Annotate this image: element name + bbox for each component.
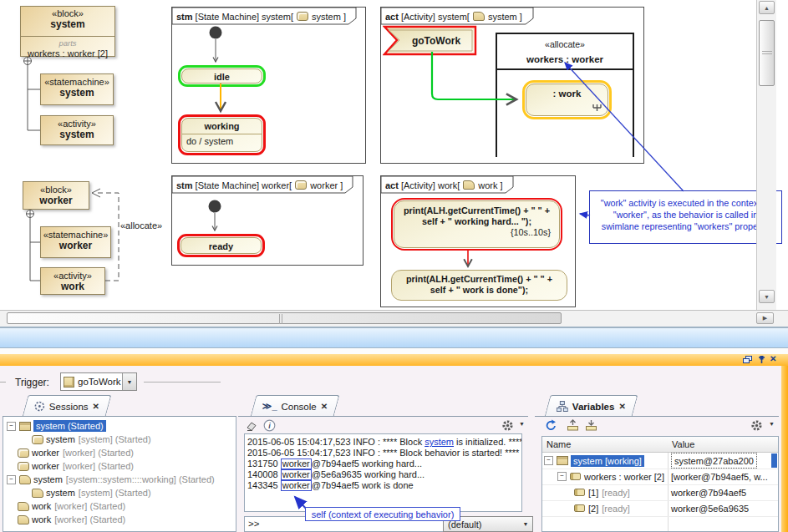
stm-worker-frame[interactable]: stm [State Machine] worker[ worker ] rea… [171,175,363,266]
action-print-work-done[interactable]: print(ALH.getCurrentTime() + " " + self … [391,270,567,301]
block-icon [19,422,31,431]
session-row[interactable]: system[system] (Started) [4,486,235,499]
swimlane-stereotype: «allocate» [545,39,585,49]
self-context-highlight[interactable]: worker [281,469,312,480]
swimlane-name: workers : worker [526,54,603,64]
act-system-frame-header[interactable]: act [Activity] system[ system ] [385,8,522,24]
stereotype: «activity» [58,119,96,129]
session-row[interactable]: − system (Started) [4,419,235,433]
tab-variables[interactable]: Variables ✕ [545,395,638,417]
stm-worker-frame-header[interactable]: stm [State Machine] worker[ worker ] [176,177,343,193]
tab-console[interactable]: ≫_ Console ✕ [251,395,340,417]
session-row[interactable]: worker[worker] (Started) [4,459,235,473]
log-line: 2015-06-05 15:04:17,523 INFO : **** Bloc… [247,437,521,448]
element-link[interactable]: system [425,437,454,447]
column-header-name[interactable]: Name [547,439,571,449]
restore-pane-icon[interactable] [743,356,752,364]
log-line: 143345 worker@7b94aef5 work is done [247,480,521,491]
sessions-icon [34,401,45,412]
horizontal-scroll-thumb[interactable] [7,312,562,324]
close-tab-icon[interactable]: ✕ [618,402,625,411]
trigger-value: goToWork [78,377,121,387]
trigger-dropdown-button[interactable]: ▼ [122,373,136,390]
console-prompt: >> [248,519,259,529]
session-row[interactable]: worker[worker] (Started) [4,446,235,459]
activity-system-element[interactable]: «activity» system [40,115,114,145]
session-row[interactable]: work[worker] (Started) [4,499,235,513]
variable-row[interactable]: − workers : worker [2] [worker@7b94aef5,… [542,469,778,485]
sessions-tree[interactable]: − system (Started) system[system] (Start… [3,417,236,532]
collapse-toggle[interactable]: − [7,422,16,431]
session-row[interactable]: − system[system::system::::working] (Sta… [4,473,235,486]
state-ready[interactable]: ready [177,234,265,257]
variables-tab-underline [535,416,779,417]
act-system-frame[interactable]: act [Activity] system[ system ] «allocat… [380,7,644,164]
session-row[interactable]: work[worker] (Started) [4,513,235,526]
vertical-scroll-thumb[interactable] [759,20,775,86]
self-context-highlight[interactable]: worker [281,459,312,469]
close-tab-icon[interactable]: ✕ [93,402,99,411]
call-behavior-work[interactable]: : work [522,80,612,119]
trigger-combobox[interactable]: goToWork ▼ [60,372,137,391]
block-system-element[interactable]: «block» system parts workers : worker [2… [20,6,115,57]
state-working[interactable]: working do / system [178,114,266,155]
column-header-value[interactable]: Value [672,439,694,449]
collapse-all-icon[interactable] [567,419,579,431]
accept-event-gotowork[interactable]: goToWork [383,25,478,57]
statemachine-icon [18,448,29,458]
self-context-highlight[interactable]: worker [281,480,312,491]
expand-all-icon[interactable] [585,419,597,431]
state-machine-diagram-icon [297,12,308,21]
scroll-down-button[interactable]: ▼ [759,290,775,303]
allocate-dependency-label: «allocate» [120,220,162,231]
collapse-toggle[interactable]: − [544,456,553,465]
diagram-canvas[interactable]: «block» system parts workers : worker [2… [0,0,788,310]
refresh-icon[interactable] [545,419,557,432]
stereotype: «block» [40,185,72,195]
statemachine-system-element[interactable]: «statemachine» system [40,73,114,105]
collapse-toggle[interactable]: − [557,472,567,481]
variables-settings-gear-icon[interactable] [750,419,763,432]
variable-row[interactable]: [1] [ready] worker@7b94aef5 [542,484,778,501]
close-pane-icon[interactable]: ✕ [770,354,776,363]
diagram-horizontal-scrollbar[interactable]: ▶ [0,310,788,327]
trigger-tick [0,382,6,383]
state-idle[interactable]: idle [178,65,266,87]
console-settings-gear-icon[interactable] [501,419,514,432]
stm-system-frame[interactable]: stm [State Machine] system[ system ] idl… [171,7,366,164]
self-context-tooltip: self (context of executing behavior) [305,507,460,521]
stereotype: «statemachine» [43,230,109,240]
tab-sessions[interactable]: Sessions ✕ [23,395,112,417]
clear-console-icon[interactable] [244,421,257,432]
accept-event-label: goToWork [412,35,461,47]
language-dropdown-button[interactable]: ▼ [519,517,532,531]
variable-row[interactable]: − system [working] system@27aba200 [542,453,778,469]
splitter-band[interactable] [0,327,788,348]
statemachine-worker-element[interactable]: «statemachine» worker [40,226,111,258]
log-line: 131750 worker@7b94aef5 working hard... [247,459,521,469]
act-work-frame-header[interactable]: act [Activity] work[ work ] [385,177,503,193]
annotation-note[interactable]: "work" activity is executed in the conte… [589,190,782,244]
info-icon[interactable]: i [263,419,276,432]
diagram-vertical-scrollbar[interactable]: ▲ ▼ [756,0,776,310]
activity-icon [19,475,31,484]
console-settings-caret-icon[interactable]: ▼ [519,421,525,427]
act-work-frame[interactable]: act [Activity] work[ work ] print(ALH.ge… [380,175,576,307]
part-property[interactable]: workers : worker [2] [28,48,108,58]
action-print-working-hard[interactable]: print(ALH.getCurrentTime() + " " + self … [391,198,562,251]
simulation-pane-titlebar[interactable]: ✕ [0,354,788,366]
pin-pane-icon[interactable] [758,355,765,364]
collapse-toggle[interactable]: − [7,475,16,484]
variables-table[interactable]: Name Value − system [working] system@27a… [541,436,779,532]
scroll-down-icon: ▼ [764,294,770,300]
scroll-up-button[interactable]: ▲ [759,1,775,14]
state-machine-diagram-icon [295,180,307,190]
activity-work-element[interactable]: «activity» work [40,267,105,295]
stm-system-frame-header[interactable]: stm [State Machine] system[ system ] [176,8,346,24]
session-row[interactable]: system[system] (Started) [4,433,235,446]
scroll-right-button[interactable]: ▶ [756,312,774,324]
block-worker-element[interactable]: «block» worker [23,181,89,210]
close-tab-icon[interactable]: ✕ [321,402,328,411]
variables-settings-caret-icon[interactable]: ▼ [769,421,775,427]
variable-row[interactable]: [2] [ready] worker@5e6a9635 [542,500,778,517]
